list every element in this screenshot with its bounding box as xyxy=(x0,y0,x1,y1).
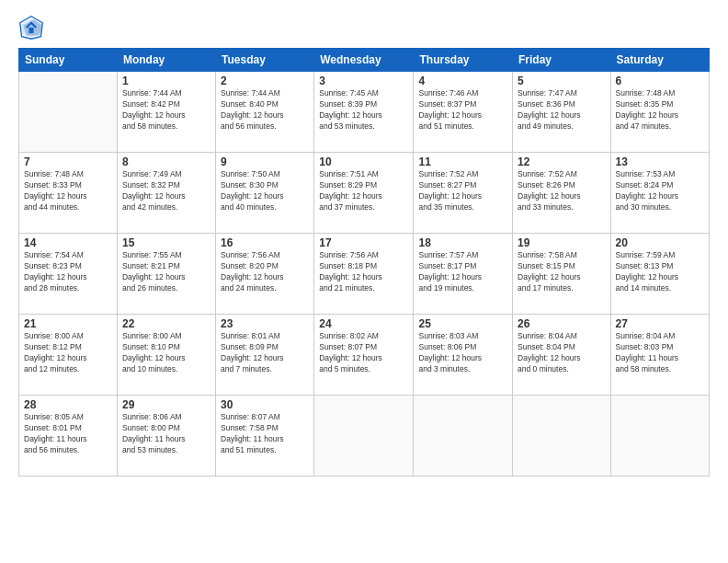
calendar-cell xyxy=(314,396,414,477)
calendar-cell: 2Sunrise: 7:44 AM Sunset: 8:40 PM Daylig… xyxy=(216,72,314,153)
calendar-week-row: 21Sunrise: 8:00 AM Sunset: 8:12 PM Dayli… xyxy=(19,315,710,396)
day-number: 2 xyxy=(221,75,309,87)
calendar-cell: 12Sunrise: 7:52 AM Sunset: 8:26 PM Dayli… xyxy=(513,153,611,234)
day-number: 20 xyxy=(616,236,704,249)
day-info: Sunrise: 7:48 AM Sunset: 8:35 PM Dayligh… xyxy=(616,88,704,132)
day-info: Sunrise: 7:44 AM Sunset: 8:40 PM Dayligh… xyxy=(221,88,309,132)
calendar-cell: 15Sunrise: 7:55 AM Sunset: 8:21 PM Dayli… xyxy=(117,234,215,315)
day-number: 19 xyxy=(518,236,606,249)
calendar-cell: 9Sunrise: 7:50 AM Sunset: 8:30 PM Daylig… xyxy=(216,153,314,234)
calendar-cell: 16Sunrise: 7:56 AM Sunset: 8:20 PM Dayli… xyxy=(216,234,314,315)
day-info: Sunrise: 8:01 AM Sunset: 8:09 PM Dayligh… xyxy=(221,331,309,375)
day-info: Sunrise: 7:47 AM Sunset: 8:36 PM Dayligh… xyxy=(518,88,606,132)
day-number: 14 xyxy=(24,236,112,249)
weekday-header: Tuesday xyxy=(216,49,314,72)
day-number: 15 xyxy=(122,236,210,249)
day-info: Sunrise: 8:04 AM Sunset: 8:04 PM Dayligh… xyxy=(518,331,606,375)
calendar-week-row: 1Sunrise: 7:44 AM Sunset: 8:42 PM Daylig… xyxy=(19,72,710,153)
day-number: 6 xyxy=(616,75,704,87)
calendar-week-row: 7Sunrise: 7:48 AM Sunset: 8:33 PM Daylig… xyxy=(19,153,710,234)
day-number: 23 xyxy=(221,317,309,330)
day-info: Sunrise: 7:59 AM Sunset: 8:13 PM Dayligh… xyxy=(616,250,704,294)
calendar-cell: 19Sunrise: 7:58 AM Sunset: 8:15 PM Dayli… xyxy=(513,234,611,315)
day-number: 22 xyxy=(122,317,210,330)
day-number: 8 xyxy=(122,155,210,168)
calendar-cell: 27Sunrise: 8:04 AM Sunset: 8:03 PM Dayli… xyxy=(610,315,709,396)
calendar-cell: 14Sunrise: 7:54 AM Sunset: 8:23 PM Dayli… xyxy=(19,234,118,315)
day-info: Sunrise: 7:55 AM Sunset: 8:21 PM Dayligh… xyxy=(122,250,210,294)
day-number: 1 xyxy=(122,75,210,87)
day-info: Sunrise: 8:04 AM Sunset: 8:03 PM Dayligh… xyxy=(616,331,704,375)
calendar-cell: 25Sunrise: 8:03 AM Sunset: 8:06 PM Dayli… xyxy=(414,315,513,396)
calendar-cell: 20Sunrise: 7:59 AM Sunset: 8:13 PM Dayli… xyxy=(610,234,709,315)
calendar-cell: 23Sunrise: 8:01 AM Sunset: 8:09 PM Dayli… xyxy=(216,315,314,396)
calendar-cell: 10Sunrise: 7:51 AM Sunset: 8:29 PM Dayli… xyxy=(314,153,414,234)
calendar: SundayMondayTuesdayWednesdayThursdayFrid… xyxy=(18,48,710,477)
day-number: 9 xyxy=(221,155,309,168)
calendar-cell: 11Sunrise: 7:52 AM Sunset: 8:27 PM Dayli… xyxy=(414,153,513,234)
day-number: 4 xyxy=(418,75,507,87)
weekday-header-row: SundayMondayTuesdayWednesdayThursdayFrid… xyxy=(19,49,710,72)
calendar-cell: 30Sunrise: 8:07 AM Sunset: 7:58 PM Dayli… xyxy=(216,396,314,477)
calendar-week-row: 14Sunrise: 7:54 AM Sunset: 8:23 PM Dayli… xyxy=(19,234,710,315)
weekday-header: Monday xyxy=(117,49,215,72)
day-info: Sunrise: 7:52 AM Sunset: 8:26 PM Dayligh… xyxy=(518,169,606,213)
calendar-cell: 7Sunrise: 7:48 AM Sunset: 8:33 PM Daylig… xyxy=(19,153,118,234)
header xyxy=(18,15,710,40)
calendar-cell: 6Sunrise: 7:48 AM Sunset: 8:35 PM Daylig… xyxy=(610,72,709,153)
day-info: Sunrise: 7:49 AM Sunset: 8:32 PM Dayligh… xyxy=(122,169,210,213)
calendar-cell xyxy=(414,396,513,477)
day-info: Sunrise: 7:45 AM Sunset: 8:39 PM Dayligh… xyxy=(319,88,408,132)
day-number: 5 xyxy=(518,75,606,87)
weekday-header: Wednesday xyxy=(314,49,414,72)
day-number: 3 xyxy=(319,75,408,87)
day-number: 10 xyxy=(319,155,408,168)
page: SundayMondayTuesdayWednesdayThursdayFrid… xyxy=(0,0,728,563)
day-info: Sunrise: 8:06 AM Sunset: 8:00 PM Dayligh… xyxy=(122,412,210,456)
day-number: 12 xyxy=(518,155,606,168)
weekday-header: Saturday xyxy=(610,49,709,72)
day-info: Sunrise: 7:53 AM Sunset: 8:24 PM Dayligh… xyxy=(616,169,704,213)
day-info: Sunrise: 7:58 AM Sunset: 8:15 PM Dayligh… xyxy=(518,250,606,294)
day-number: 7 xyxy=(24,155,112,168)
calendar-cell: 24Sunrise: 8:02 AM Sunset: 8:07 PM Dayli… xyxy=(314,315,414,396)
calendar-cell: 8Sunrise: 7:49 AM Sunset: 8:32 PM Daylig… xyxy=(117,153,215,234)
calendar-cell: 28Sunrise: 8:05 AM Sunset: 8:01 PM Dayli… xyxy=(19,396,118,477)
calendar-cell: 21Sunrise: 8:00 AM Sunset: 8:12 PM Dayli… xyxy=(19,315,118,396)
calendar-cell: 5Sunrise: 7:47 AM Sunset: 8:36 PM Daylig… xyxy=(513,72,611,153)
day-number: 17 xyxy=(319,236,408,249)
day-info: Sunrise: 7:54 AM Sunset: 8:23 PM Dayligh… xyxy=(24,250,112,294)
day-info: Sunrise: 7:48 AM Sunset: 8:33 PM Dayligh… xyxy=(24,169,112,213)
day-number: 28 xyxy=(24,398,112,411)
calendar-cell: 4Sunrise: 7:46 AM Sunset: 8:37 PM Daylig… xyxy=(414,72,513,153)
calendar-cell xyxy=(610,396,709,477)
calendar-cell: 18Sunrise: 7:57 AM Sunset: 8:17 PM Dayli… xyxy=(414,234,513,315)
day-info: Sunrise: 8:02 AM Sunset: 8:07 PM Dayligh… xyxy=(319,331,408,375)
calendar-cell: 17Sunrise: 7:56 AM Sunset: 8:18 PM Dayli… xyxy=(314,234,414,315)
day-number: 29 xyxy=(122,398,210,411)
calendar-week-row: 28Sunrise: 8:05 AM Sunset: 8:01 PM Dayli… xyxy=(19,396,710,477)
day-number: 27 xyxy=(616,317,704,330)
svg-rect-3 xyxy=(28,28,33,33)
day-info: Sunrise: 7:56 AM Sunset: 8:20 PM Dayligh… xyxy=(221,250,309,294)
weekday-header: Sunday xyxy=(19,49,118,72)
day-number: 11 xyxy=(418,155,507,168)
day-number: 24 xyxy=(319,317,408,330)
day-info: Sunrise: 8:00 AM Sunset: 8:12 PM Dayligh… xyxy=(24,331,112,375)
day-info: Sunrise: 8:03 AM Sunset: 8:06 PM Dayligh… xyxy=(418,331,507,375)
weekday-header: Friday xyxy=(513,49,611,72)
day-number: 18 xyxy=(418,236,507,249)
day-info: Sunrise: 8:00 AM Sunset: 8:10 PM Dayligh… xyxy=(122,331,210,375)
day-info: Sunrise: 7:46 AM Sunset: 8:37 PM Dayligh… xyxy=(418,88,507,132)
day-info: Sunrise: 8:05 AM Sunset: 8:01 PM Dayligh… xyxy=(24,412,112,456)
calendar-cell: 1Sunrise: 7:44 AM Sunset: 8:42 PM Daylig… xyxy=(117,72,215,153)
day-info: Sunrise: 8:07 AM Sunset: 7:58 PM Dayligh… xyxy=(221,412,309,456)
day-number: 30 xyxy=(221,398,309,411)
logo xyxy=(18,15,48,40)
calendar-cell xyxy=(513,396,611,477)
day-number: 21 xyxy=(24,317,112,330)
day-number: 16 xyxy=(221,236,309,249)
calendar-cell: 3Sunrise: 7:45 AM Sunset: 8:39 PM Daylig… xyxy=(314,72,414,153)
day-info: Sunrise: 7:57 AM Sunset: 8:17 PM Dayligh… xyxy=(418,250,507,294)
weekday-header: Thursday xyxy=(414,49,513,72)
